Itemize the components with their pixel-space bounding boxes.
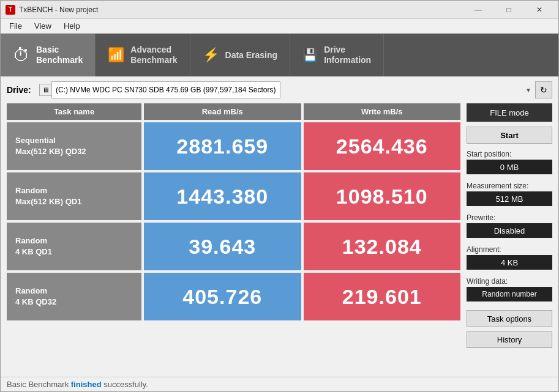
task-name-sequential-qd32: SequentialMax(512 KB) QD32	[7, 122, 141, 170]
write-value-random-4kb-qd32: 219.601	[304, 273, 461, 320]
read-value-random-4kb-qd32: 405.726	[144, 273, 301, 320]
tab-advanced-label: AdvancedBenchmark	[130, 45, 177, 65]
status-highlight: finished	[71, 380, 102, 389]
drive-type-icon: 🖥	[39, 84, 51, 96]
header-read: Read mB/s	[144, 103, 301, 120]
drive-refresh-button[interactable]: ↻	[535, 81, 552, 98]
app-window: T TxBENCH - New project — □ ✕ File View …	[0, 0, 559, 392]
benchmark-panel: Task name Read mB/s Write mB/s Sequentia…	[7, 103, 460, 372]
header-task-name: Task name	[7, 103, 141, 120]
drive-select[interactable]: (C:) NVMe WDC PC SN730 SDB 475.69 GB (99…	[51, 81, 280, 98]
prewrite-group: Prewrite: Disabled	[467, 213, 552, 242]
bench-header: Task name Read mB/s Write mB/s	[7, 103, 460, 120]
tab-drive-information[interactable]: 💾 DriveInformation	[290, 34, 384, 76]
content-area: Drive: 🖥 (C:) NVMe WDC PC SN730 SDB 475.…	[1, 76, 558, 377]
status-text: Basic Benchmark finished successfully.	[7, 380, 148, 389]
right-panel: FILE mode Start Start position: 0 MB Mea…	[467, 103, 552, 372]
menu-file[interactable]: File	[3, 20, 28, 32]
start-position-value: 0 MB	[467, 160, 552, 174]
start-position-group: Start position: 0 MB	[467, 150, 552, 178]
prewrite-value: Disabled	[467, 223, 552, 238]
title-bar-left: T TxBENCH - New project	[6, 5, 98, 15]
task-name-random-4kb-qd1: Random4 KB QD1	[7, 223, 141, 270]
alignment-group: Alignment: 4 KB	[467, 245, 552, 273]
header-write: Write mB/s	[304, 103, 461, 120]
start-button[interactable]: Start	[467, 127, 552, 144]
drive-label: Drive:	[7, 85, 34, 95]
window-controls: — □ ✕	[464, 4, 553, 16]
measurement-size-label: Measurement size:	[467, 182, 552, 190]
chart-icon: 📶	[108, 47, 124, 63]
prewrite-label: Prewrite:	[467, 213, 552, 222]
menu-view[interactable]: View	[28, 20, 58, 32]
tab-basic-label: BasicBenchmark	[36, 45, 83, 65]
read-value-sequential-qd32: 2881.659	[144, 122, 301, 170]
measurement-size-group: Measurement size: 512 MB	[467, 182, 552, 210]
file-mode-button[interactable]: FILE mode	[467, 103, 552, 122]
write-value-sequential-qd32: 2564.436	[304, 122, 461, 170]
title-bar: T TxBENCH - New project — □ ✕	[1, 1, 558, 19]
writing-data-value: Random number	[467, 287, 552, 301]
task-options-button[interactable]: Task options	[467, 310, 552, 327]
read-value-random-4kb-qd1: 39.643	[144, 223, 301, 270]
tab-erasing-label: Data Erasing	[225, 50, 278, 61]
table-row: RandomMax(512 KB) QD1 1443.380 1098.510	[7, 172, 460, 220]
menu-help[interactable]: Help	[58, 20, 86, 32]
drive-area: Drive: 🖥 (C:) NVMe WDC PC SN730 SDB 475.…	[1, 76, 558, 98]
menu-bar: File View Help	[1, 19, 558, 34]
tab-data-erasing[interactable]: ⚡ Data Erasing	[190, 34, 291, 76]
app-icon: T	[6, 5, 15, 15]
write-value-random-qd1-512: 1098.510	[304, 172, 461, 220]
task-name-random-qd1-512: RandomMax(512 KB) QD1	[7, 172, 141, 220]
drive-icon: 💾	[302, 48, 318, 62]
write-value-random-4kb-qd1: 132.084	[304, 223, 461, 270]
history-button[interactable]: History	[467, 331, 552, 348]
maximize-button[interactable]: □	[495, 4, 523, 16]
tab-advanced-benchmark[interactable]: 📶 AdvancedBenchmark	[96, 34, 190, 76]
close-button[interactable]: ✕	[525, 4, 553, 16]
start-position-label: Start position:	[467, 150, 552, 158]
writing-data-label: Writing data:	[467, 277, 552, 286]
alignment-label: Alignment:	[467, 245, 552, 254]
bench-rows: SequentialMax(512 KB) QD32 2881.659 2564…	[7, 122, 460, 320]
status-bar: Basic Benchmark finished successfully.	[1, 377, 558, 391]
writing-data-group: Writing data: Random number	[467, 277, 552, 305]
timer-icon: ⏱	[13, 45, 30, 65]
toolbar: ⏱ BasicBenchmark 📶 AdvancedBenchmark ⚡ D…	[1, 34, 558, 76]
table-row: Random4 KB QD1 39.643 132.084	[7, 223, 460, 270]
minimize-button[interactable]: —	[464, 4, 492, 16]
table-row: Random4 KB QD32 405.726 219.601	[7, 273, 460, 320]
task-name-random-4kb-qd32: Random4 KB QD32	[7, 273, 141, 320]
erase-icon: ⚡	[203, 47, 219, 63]
read-value-random-qd1-512: 1443.380	[144, 172, 301, 220]
measurement-size-value: 512 MB	[467, 191, 552, 206]
alignment-value: 4 KB	[467, 255, 552, 270]
window-title: TxBENCH - New project	[19, 6, 98, 14]
table-row: SequentialMax(512 KB) QD32 2881.659 2564…	[7, 122, 460, 170]
tab-basic-benchmark[interactable]: ⏱ BasicBenchmark	[1, 34, 96, 76]
main-area: Task name Read mB/s Write mB/s Sequentia…	[1, 98, 558, 377]
tab-drive-label: DriveInformation	[324, 45, 371, 65]
